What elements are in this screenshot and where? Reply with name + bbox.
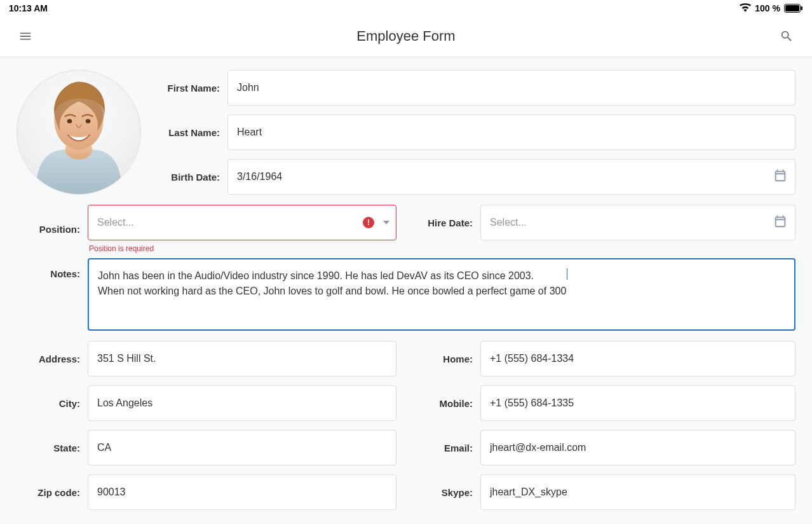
last-name-field[interactable] <box>227 114 795 150</box>
svg-rect-1 <box>785 5 799 11</box>
home-field[interactable] <box>480 341 795 376</box>
hire-date-field[interactable]: Select... <box>480 205 795 240</box>
position-select[interactable]: Select... ! <box>88 205 396 240</box>
text-caret <box>567 268 567 280</box>
last-name-input[interactable] <box>237 127 786 138</box>
hire-date-label: Hire Date: <box>416 217 473 228</box>
state-input[interactable] <box>97 442 387 453</box>
home-input[interactable] <box>490 353 786 364</box>
state-field[interactable] <box>88 430 396 465</box>
city-label: City: <box>17 398 80 409</box>
status-bar: 10:13 AM 100 % <box>0 0 812 15</box>
app-bar: Employee Form <box>0 15 812 57</box>
battery-icon <box>784 4 803 13</box>
mobile-field[interactable] <box>480 385 795 421</box>
birth-date-label: Birth Date: <box>156 172 220 183</box>
wifi-icon <box>740 3 751 14</box>
address-input[interactable] <box>97 353 387 364</box>
birth-date-input[interactable] <box>237 171 786 183</box>
first-name-label: First Name: <box>156 83 220 93</box>
birth-date-field[interactable] <box>227 159 795 195</box>
position-label: Position: <box>17 224 80 235</box>
position-placeholder: Select... <box>97 217 134 228</box>
home-label: Home: <box>416 354 473 364</box>
search-button[interactable] <box>775 25 798 48</box>
calendar-icon[interactable] <box>773 169 787 185</box>
first-name-field[interactable] <box>227 70 795 106</box>
city-field[interactable] <box>88 385 396 421</box>
employee-avatar <box>17 70 141 195</box>
hire-date-placeholder: Select... <box>490 217 527 228</box>
form-page: First Name: Last Name: Birth Date: <box>0 57 812 524</box>
svg-point-6 <box>67 119 72 123</box>
status-time: 10:13 AM <box>9 3 48 13</box>
city-input[interactable] <box>97 397 387 409</box>
svg-point-7 <box>86 119 91 123</box>
notes-text: John has been in the Audio/Video industr… <box>98 268 566 299</box>
chevron-down-icon <box>383 221 389 224</box>
skype-field[interactable] <box>480 474 795 510</box>
email-field[interactable] <box>480 430 795 465</box>
menu-button[interactable] <box>14 25 37 48</box>
skype-input[interactable] <box>490 486 786 498</box>
error-icon: ! <box>363 217 374 228</box>
mobile-input[interactable] <box>490 397 786 409</box>
status-battery-pct: 100 % <box>755 3 780 13</box>
email-label: Email: <box>416 443 473 453</box>
notes-label: Notes: <box>17 258 80 331</box>
zip-input[interactable] <box>97 486 387 498</box>
position-error-text: Position is required <box>89 244 396 253</box>
mobile-label: Mobile: <box>416 398 473 409</box>
calendar-icon[interactable] <box>773 214 787 231</box>
notes-textarea[interactable]: John has been in the Audio/Video industr… <box>88 258 795 331</box>
first-name-input[interactable] <box>237 82 786 93</box>
address-field[interactable] <box>88 341 396 376</box>
last-name-label: Last Name: <box>156 127 220 138</box>
zip-field[interactable] <box>88 474 396 510</box>
email-input[interactable] <box>490 442 786 453</box>
address-label: Address: <box>17 354 80 364</box>
state-label: State: <box>17 443 80 453</box>
zip-label: Zip code: <box>17 487 80 498</box>
svg-rect-2 <box>801 6 803 10</box>
skype-label: Skype: <box>416 487 473 498</box>
page-title: Employee Form <box>0 28 812 45</box>
